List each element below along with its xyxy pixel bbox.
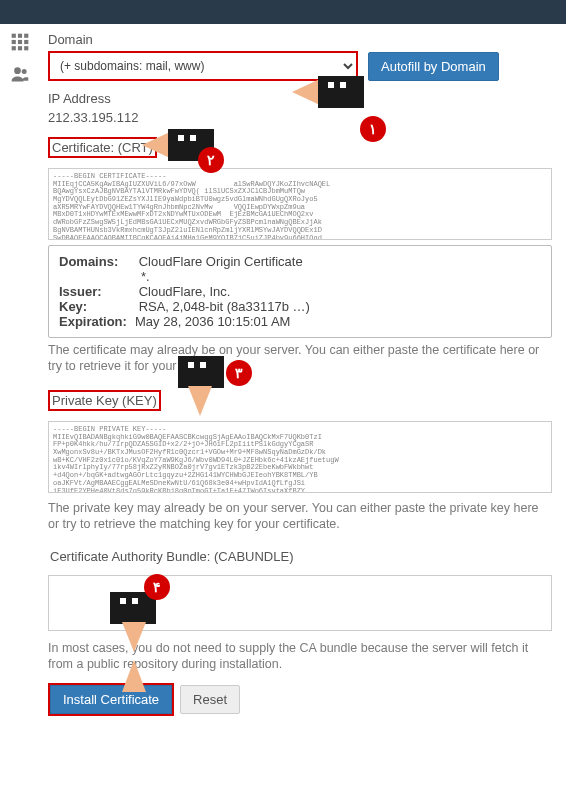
private-key-hint: The private key may already be on your s… <box>48 500 552 533</box>
ip-label: IP Address <box>48 91 552 106</box>
domain-select[interactable]: (+ subdomains: mail, www) <box>48 51 358 81</box>
svg-rect-7 <box>18 46 22 50</box>
reset-button[interactable]: Reset <box>180 685 240 714</box>
svg-rect-8 <box>24 46 28 50</box>
svg-point-10 <box>22 69 27 74</box>
domain-label: Domain <box>48 32 552 47</box>
certificate-hint: The certificate may already be on your s… <box>48 342 552 375</box>
svg-rect-6 <box>12 46 16 50</box>
svg-rect-4 <box>18 40 22 44</box>
sidebar <box>0 24 40 730</box>
svg-rect-3 <box>12 40 16 44</box>
cabundle-textarea[interactable] <box>48 575 552 631</box>
install-certificate-button[interactable]: Install Certificate <box>50 685 172 714</box>
grid-icon[interactable] <box>10 32 30 52</box>
private-key-label: Private Key (KEY) <box>48 390 161 411</box>
certificate-textarea[interactable]: -----BEGIN CERTIFICATE----- MIIEqjCCA5Kg… <box>48 168 552 240</box>
cabundle-label: Certificate Authority Bundle: (CABUNDLE) <box>48 548 295 565</box>
certificate-info-box: Domains: CloudFlare Origin Certificate *… <box>48 245 552 338</box>
svg-rect-5 <box>24 40 28 44</box>
top-bar <box>0 0 566 24</box>
svg-rect-0 <box>12 34 16 38</box>
svg-rect-2 <box>24 34 28 38</box>
svg-rect-1 <box>18 34 22 38</box>
ip-value: 212.33.195.112 <box>48 110 552 125</box>
autofill-button[interactable]: Autofill by Domain <box>368 52 499 81</box>
certificate-label: Certificate: (CRT) <box>48 137 157 158</box>
svg-point-9 <box>14 67 21 74</box>
users-icon[interactable] <box>10 64 30 84</box>
private-key-textarea[interactable]: -----BEGIN PRIVATE KEY----- MIIEvQIBADAN… <box>48 421 552 493</box>
cabundle-hint: In most cases, you do not need to supply… <box>48 640 552 673</box>
